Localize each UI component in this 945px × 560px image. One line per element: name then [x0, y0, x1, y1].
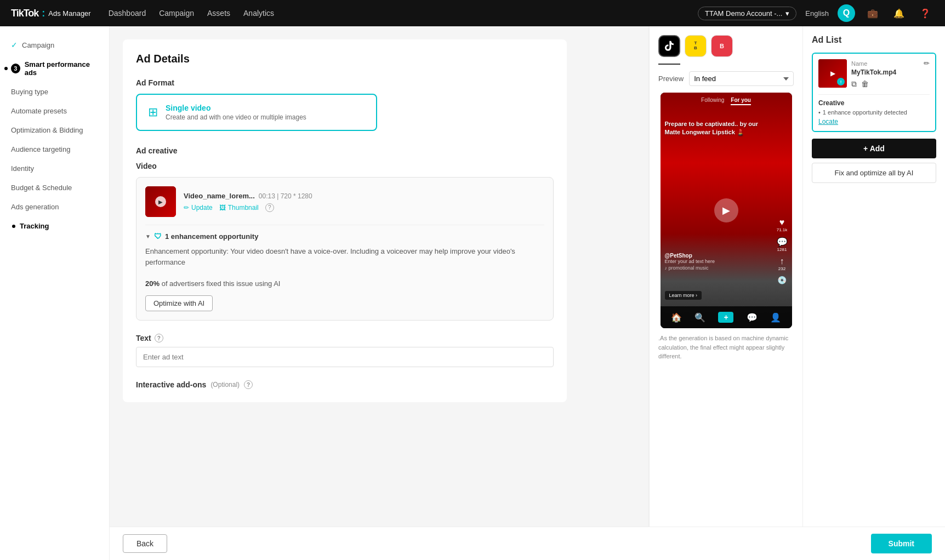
- phone-play-button[interactable]: ▶: [714, 198, 738, 222]
- thumbnail-button[interactable]: 🖼 Thumbnail: [219, 203, 259, 212]
- ad-list-panel: Ad List ▶ ! Name ✏: [802, 26, 945, 560]
- home-icon: 🏠: [671, 312, 682, 323]
- brand-logo: TikTok : Ads Manager: [11, 8, 91, 19]
- name-label: Name: [851, 60, 867, 67]
- phone-right-actions: ♥ 71.1k 💬 1281 ↑ 232 💿: [777, 218, 788, 284]
- preview-panel: TB B Preview In feed For you Following: [649, 26, 802, 560]
- ad-text-placeholder: Enter your ad text here: [665, 259, 715, 264]
- nav-dashboard[interactable]: Dashboard: [109, 9, 146, 18]
- edit-icon[interactable]: ✏: [924, 59, 930, 67]
- back-button[interactable]: Back: [123, 534, 167, 553]
- tiktok-wordmark: TikTok: [11, 8, 38, 19]
- phone-bottom-bar: 🏠 🔍 + 💬 👤: [661, 306, 792, 328]
- phone-heart-action: ♥ 71.1k: [777, 218, 788, 232]
- user-avatar[interactable]: Q: [838, 4, 855, 22]
- language-selector[interactable]: English: [805, 9, 829, 18]
- single-video-format-option[interactable]: ⊞ Single video Create and ad with one vi…: [136, 94, 377, 131]
- help-icon[interactable]: ❓: [916, 4, 934, 22]
- enhancement-section: ▼ 🛡 1 enhancement opportunity Enhancemen…: [145, 225, 544, 311]
- sidebar-item-ads-generation[interactable]: Ads generation: [0, 197, 109, 216]
- sidebar-item-optimization-bidding[interactable]: Optimization & Bidding: [0, 121, 109, 140]
- phone-comment-action: 💬 1281: [777, 237, 788, 252]
- comment-icon: 💬: [777, 237, 788, 247]
- page-layout: ✓ Campaign 3 Smart performance ads Buyin…: [0, 26, 945, 560]
- babe-platform-icon[interactable]: B: [711, 35, 733, 57]
- feed-type-select[interactable]: In feed For you Following: [689, 71, 794, 86]
- top-navigation: TikTok : Ads Manager Dashboard Campaign …: [0, 0, 945, 26]
- selected-indicator: [658, 64, 680, 65]
- ad-details-panel: Ad Details Ad Format ⊞ Single video Crea…: [123, 39, 567, 402]
- ad-item-actions: ⧉ 🗑: [851, 79, 930, 89]
- creative-label: Creative: [818, 99, 930, 107]
- tiktok-platform-icon[interactable]: [658, 35, 680, 57]
- phone-screen: Following For you Prepare to be captivat…: [661, 93, 792, 328]
- enhancement-body: Enhancement opportunity: Your video does…: [145, 246, 544, 289]
- comments-count: 1281: [777, 247, 788, 252]
- right-panels: TB B Preview In feed For you Following: [648, 26, 945, 560]
- text-section: Text ?: [136, 334, 554, 367]
- text-help-icon[interactable]: ?: [155, 334, 163, 342]
- ad-format-label: Ad Format: [136, 78, 554, 87]
- addons-section: Interactive add-ons (Optional) ?: [136, 380, 554, 389]
- preview-note: .As the generation is based on machine d…: [658, 334, 794, 361]
- share-icon: ↑: [778, 256, 785, 266]
- heart-icon: ♥: [777, 218, 788, 227]
- step-badge: 3: [11, 64, 20, 73]
- add-ad-button[interactable]: + Add: [812, 139, 936, 158]
- locate-link[interactable]: Locate: [818, 118, 930, 125]
- optimize-with-ai-button[interactable]: Optimize with AI: [145, 295, 213, 311]
- addons-help-icon[interactable]: ?: [244, 380, 253, 389]
- phone-share-action: ↑ 232: [778, 256, 785, 271]
- shield-icon: 🛡: [154, 232, 162, 241]
- update-video-button[interactable]: ✏ Update: [184, 203, 213, 212]
- sidebar-item-buying-type[interactable]: Buying type: [0, 82, 109, 101]
- sidebar-item-campaign[interactable]: ✓ Campaign: [0, 35, 109, 55]
- ad-list-title: Ad List: [812, 35, 936, 45]
- sidebar-label-identity: Identity: [11, 164, 34, 173]
- sidebar-item-identity[interactable]: Identity: [0, 159, 109, 178]
- phone-mockup: Following For you Prepare to be captivat…: [661, 93, 792, 328]
- video-section-label: Video: [136, 162, 554, 170]
- sidebar-item-budget-schedule[interactable]: Budget & Schedule: [0, 178, 109, 197]
- delete-icon[interactable]: 🗑: [861, 79, 869, 89]
- preview-label: Preview: [658, 75, 684, 83]
- account-selector[interactable]: TTAM Demo Account -... ▾: [698, 7, 796, 20]
- submit-button[interactable]: Submit: [871, 534, 932, 553]
- phone-music-disc: 💿: [777, 276, 787, 284]
- fix-optimize-all-button[interactable]: Fix and optimize all by AI: [812, 163, 936, 183]
- briefcase-icon[interactable]: 💼: [864, 4, 881, 22]
- video-thumbnail: ▶: [145, 186, 176, 217]
- phone-learn-more-btn: Learn more ›: [665, 291, 702, 300]
- topbuzz-platform-icon[interactable]: TB: [685, 35, 707, 57]
- ad-creative-label: Ad creative: [136, 146, 554, 155]
- sidebar-item-smart-performance-ads[interactable]: 3 Smart performance ads: [0, 55, 109, 82]
- ad-item-play-icon: ▶: [830, 70, 835, 77]
- colon-separator: :: [42, 8, 45, 19]
- video-help-icon[interactable]: ?: [265, 203, 274, 212]
- page-title: Ad Details: [136, 53, 554, 65]
- ad-list-item: ▶ ! Name ✏ MyTikTok.mp4 ⧉ 🗑: [812, 53, 936, 132]
- sidebar-label-smart-ads: Smart performance ads: [25, 60, 98, 77]
- nav-analytics[interactable]: Analytics: [243, 9, 274, 18]
- bell-icon[interactable]: 🔔: [890, 4, 908, 22]
- likes-count: 71.1k: [777, 227, 788, 232]
- nav-assets[interactable]: Assets: [207, 9, 230, 18]
- sidebar-item-tracking[interactable]: Tracking: [0, 216, 109, 236]
- arrow-down-icon: ▼: [145, 233, 151, 239]
- sidebar-label-optimization: Optimization & Bidding: [11, 126, 83, 134]
- for-you-tab: For you: [731, 97, 751, 105]
- topnav-right-controls: TTAM Demo Account -... ▾ English Q 💼 🔔 ❓: [698, 4, 934, 22]
- brand-name: @PetShop: [665, 253, 715, 259]
- video-format-icon: ⊞: [148, 105, 158, 119]
- main-content-area: Ad Details Ad Format ⊞ Single video Crea…: [110, 26, 648, 560]
- profile-icon: 👤: [770, 312, 781, 323]
- enhancement-toggle[interactable]: ▼ 🛡 1 enhancement opportunity: [145, 232, 544, 241]
- sidebar-item-automate-presets[interactable]: Automate presets: [0, 101, 109, 121]
- sidebar-item-audience-targeting[interactable]: Audience targeting: [0, 140, 109, 159]
- ad-text-input[interactable]: [136, 347, 554, 367]
- shares-count: 232: [778, 266, 785, 271]
- text-section-label: Text ?: [136, 334, 554, 342]
- video-card: ▶ Video_name_lorem... 00:13 | 720 * 1280…: [136, 177, 554, 321]
- copy-icon[interactable]: ⧉: [851, 79, 857, 89]
- nav-campaign[interactable]: Campaign: [159, 9, 194, 18]
